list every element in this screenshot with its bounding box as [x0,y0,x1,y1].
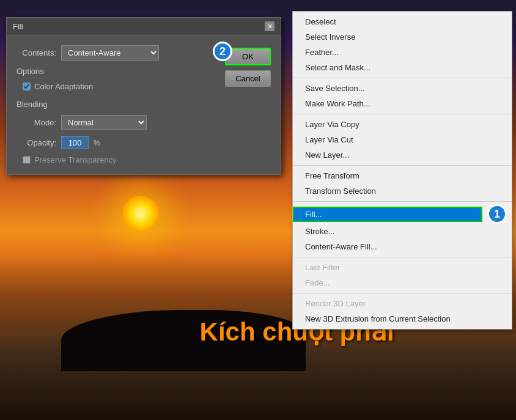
menu-item-free-transform[interactable]: Free Transform [293,168,512,183]
menu-separator-2 [293,114,512,114]
cancel-button[interactable]: Cancel [225,70,271,87]
opacity-input[interactable] [61,136,89,149]
color-adaptation-row: Color Adaptation [17,82,219,91]
menu-item-stroke[interactable]: Stroke... [293,224,512,239]
preserve-checkbox[interactable] [23,156,31,164]
dialog-left-panel: Contents: Content-AwareForeground ColorB… [17,45,219,164]
menu-item-select-mask[interactable]: Select and Mask... [293,60,512,75]
color-adaptation-label: Color Adaptation [34,82,93,91]
step-badge-1: 1 [487,204,507,224]
menu-separator-6 [293,293,512,293]
menu-item-new-layer[interactable]: New Layer... [293,147,512,163]
step-badge-2: 2 [213,42,232,61]
blending-header: Blending [17,100,219,109]
menu-separator-3 [293,165,512,166]
menu-item-feather[interactable]: Feather... [293,45,512,60]
menu-item-make-work-path[interactable]: Make Work Path... [293,96,512,111]
dialog-close-button[interactable]: ✕ [265,21,275,31]
menu-item-fill[interactable]: Fill... [293,207,482,222]
dialog-right-panel: 2 OK Cancel [225,45,271,164]
mode-label: Mode: [23,118,56,127]
menu-item-content-aware-fill[interactable]: Content-Aware Fill... [293,239,512,254]
sun-element [122,196,159,232]
fill-dialog: Fill ✕ Contents: Content-AwareForeground… [6,17,281,175]
contents-row: Contents: Content-AwareForeground ColorB… [17,45,219,61]
menu-fill-row: Fill... 1 [293,204,512,224]
options-header: Options [17,67,219,76]
menu-item-select-inverse[interactable]: Select Inverse [293,29,512,45]
preserve-label: Preserve Transparency [34,155,116,164]
ok-badge-area: 2 OK [225,48,271,65]
mode-select[interactable]: NormalDissolveMultiplyScreenOverlay [61,115,147,130]
menu-item-save-selection[interactable]: Save Selection... [293,81,512,96]
context-menu: Deselect Select Inverse Feather... Selec… [292,11,512,330]
preserve-row: Preserve Transparency [17,155,219,164]
menu-separator-1 [293,78,512,78]
menu-item-layer-via-copy[interactable]: Layer Via Copy [293,117,512,132]
contents-label: Contents: [17,48,56,57]
menu-item-new-3d-extrusion[interactable]: New 3D Extrusion from Current Selection [293,311,512,326]
menu-separator-4 [293,201,512,202]
color-adaptation-checkbox[interactable] [23,83,31,90]
menu-item-transform-selection[interactable]: Transform Selection [293,183,512,199]
menu-separator-5 [293,257,512,257]
opacity-unit: % [94,138,101,147]
menu-item-layer-via-cut[interactable]: Layer Via Cut [293,132,512,147]
menu-item-last-filter: Last Filter [293,260,512,275]
dialog-titlebar: Fill ✕ [7,18,281,35]
dialog-body: Contents: Content-AwareForeground ColorB… [7,35,281,174]
opacity-label: Opacity: [23,138,56,147]
dialog-title: Fill [13,22,23,31]
contents-select[interactable]: Content-AwareForeground ColorBackground … [61,45,159,61]
menu-item-deselect[interactable]: Deselect [293,14,512,29]
menu-item-render-3d: Render 3D Layer [293,296,512,311]
menu-item-fade: Fade... [293,275,512,290]
mode-row: Mode: NormalDissolveMultiplyScreenOverla… [17,115,219,130]
opacity-row: Opacity: % [17,136,219,149]
